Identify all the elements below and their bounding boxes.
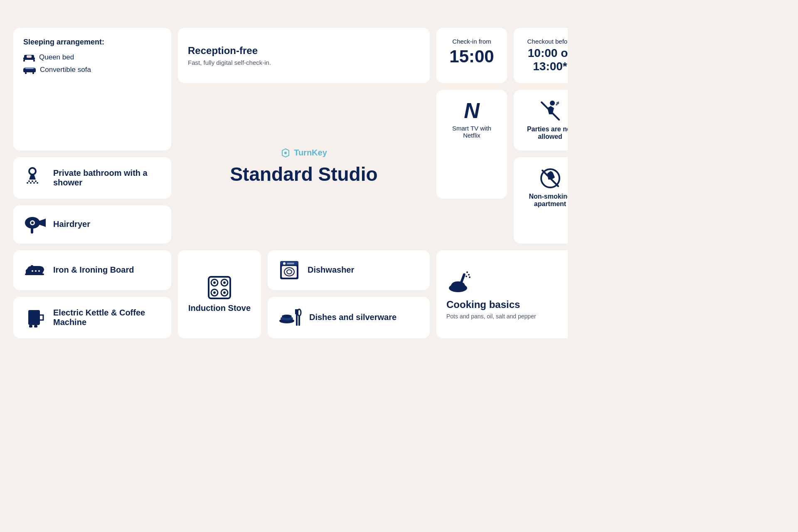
checkin-card: Check-in from 15:00 xyxy=(436,28,507,83)
cooking-card: Cooking basics Pots and pans, oil, salt … xyxy=(436,250,568,338)
svg-rect-3 xyxy=(33,60,35,62)
turnkey-logo-icon xyxy=(281,148,291,158)
dishwasher-icon-area xyxy=(278,260,301,280)
stove-icon xyxy=(207,275,232,300)
iron-icon-area xyxy=(23,261,47,279)
svg-point-15 xyxy=(27,182,28,184)
checkout-card: Checkout before 10:00 or 13:00* xyxy=(514,28,568,83)
svg-rect-59 xyxy=(298,316,300,326)
hairdryer-card: Hairdryer xyxy=(13,205,171,244)
svg-point-65 xyxy=(469,276,470,278)
svg-point-26 xyxy=(35,270,37,272)
checkout-label: Checkout before xyxy=(524,38,568,45)
iron-label: Iron & Ironing Board xyxy=(53,265,134,275)
smoking-icon-container xyxy=(524,167,568,190)
tv-label: Smart TV with Netflix xyxy=(446,125,497,139)
svg-point-16 xyxy=(30,182,32,184)
bed-icon xyxy=(23,53,35,62)
svg-point-12 xyxy=(28,180,30,182)
bathroom-label: Private bathroom with a shower xyxy=(53,168,161,187)
reception-subtitle: Fast, fully digital self-check-in. xyxy=(188,59,271,66)
hairdryer-label: Hairdryer xyxy=(53,219,90,229)
svg-rect-8 xyxy=(25,72,27,74)
reception-title: Reception-free xyxy=(188,45,271,57)
svg-point-56 xyxy=(282,315,292,318)
sofa-icon xyxy=(23,66,36,74)
sleeping-card: Sleeping arrangement: Queen bed Converti… xyxy=(13,28,171,150)
kettle-icon-area xyxy=(23,307,47,328)
svg-point-46 xyxy=(223,291,226,294)
svg-rect-9 xyxy=(32,72,34,74)
iron-card: Iron & Ironing Board xyxy=(13,250,171,290)
cooking-label: Cooking basics xyxy=(446,299,520,310)
checkin-label: Check-in from xyxy=(446,38,497,45)
svg-point-64 xyxy=(466,276,467,277)
checkout-time: 10:00 or 13:00* xyxy=(524,47,568,73)
svg-point-28 xyxy=(284,152,287,154)
reception-content: Reception-free Fast, fully digital self-… xyxy=(188,45,271,66)
cooking-icon xyxy=(446,269,471,294)
dishes-label: Dishes and silverware xyxy=(309,313,397,322)
netflix-n: N xyxy=(446,100,497,121)
parties-card: Parties are not allowed xyxy=(514,90,568,150)
svg-point-45 xyxy=(213,291,216,294)
kettle-row: Electric Kettle & Coffee Machine xyxy=(23,307,161,328)
svg-point-63 xyxy=(468,274,470,276)
dishwasher-icon xyxy=(278,260,300,280)
bathroom-icon-area xyxy=(23,167,47,189)
parties-icon-container xyxy=(524,100,568,122)
stove-card: Induction Stove xyxy=(178,250,261,338)
svg-rect-36 xyxy=(29,325,32,328)
tv-card: N Smart TV with Netflix xyxy=(436,90,507,199)
svg-point-25 xyxy=(32,270,33,272)
stove-label: Induction Stove xyxy=(188,303,251,313)
shower-icon xyxy=(25,167,45,189)
svg-point-30 xyxy=(556,104,557,106)
svg-rect-35 xyxy=(28,310,40,313)
checkin-time: 15:00 xyxy=(446,47,497,66)
smoking-label: Non-smoking apartment xyxy=(524,193,568,208)
svg-point-52 xyxy=(283,262,286,265)
sleeping-item-bed: Queen bed xyxy=(23,53,161,62)
svg-point-27 xyxy=(38,270,40,272)
parties-label: Parties are not allowed xyxy=(524,126,568,140)
no-smoking-icon xyxy=(539,167,562,190)
svg-point-43 xyxy=(213,281,216,284)
bathroom-card: Private bathroom with a shower xyxy=(13,157,171,199)
svg-point-18 xyxy=(37,182,38,184)
svg-point-22 xyxy=(31,222,34,224)
hairdryer-icon xyxy=(24,215,46,234)
svg-point-17 xyxy=(33,182,35,184)
svg-point-62 xyxy=(466,271,468,273)
kettle-card: Electric Kettle & Coffee Machine xyxy=(13,297,171,338)
svg-rect-23 xyxy=(31,265,33,267)
main-grid: Sleeping arrangement: Queen bed Converti… xyxy=(13,28,554,338)
stove-icon-container xyxy=(207,275,232,300)
reception-card: Reception-free Fast, fully digital self-… xyxy=(178,28,430,83)
hairdryer-icon-area xyxy=(23,215,47,234)
svg-rect-37 xyxy=(34,325,37,328)
svg-rect-20 xyxy=(31,228,33,234)
brand-title: Standard Studio xyxy=(230,163,377,185)
brand-area: TurnKey Standard Studio xyxy=(178,90,430,244)
kettle-icon xyxy=(25,307,45,328)
dishes-icon-area xyxy=(278,308,303,328)
svg-rect-2 xyxy=(23,60,25,62)
svg-point-14 xyxy=(35,180,37,182)
kettle-label: Electric Kettle & Coffee Machine xyxy=(53,308,161,327)
dishwasher-label: Dishwasher xyxy=(308,265,354,275)
sleeping-item-sofa: Convertible sofa xyxy=(23,66,161,74)
svg-point-13 xyxy=(32,180,33,182)
svg-point-44 xyxy=(223,281,226,284)
dishwasher-card: Dishwasher xyxy=(268,250,430,290)
cooking-sublabel: Pots and pans, oil, salt and pepper xyxy=(446,313,536,320)
svg-rect-4 xyxy=(27,55,32,58)
svg-point-11 xyxy=(29,168,36,175)
svg-rect-24 xyxy=(25,273,44,275)
svg-point-29 xyxy=(550,101,555,106)
brand-name: TurnKey xyxy=(294,148,327,158)
svg-rect-53 xyxy=(287,263,294,264)
svg-rect-10 xyxy=(24,67,35,69)
sleeping-title: Sleeping arrangement: xyxy=(23,38,161,47)
svg-point-58 xyxy=(298,309,301,316)
